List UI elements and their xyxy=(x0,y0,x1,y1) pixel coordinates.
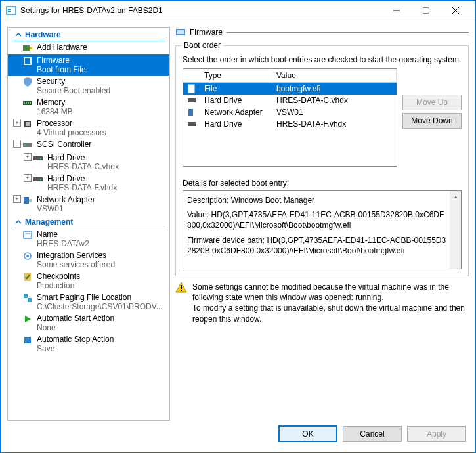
svg-rect-8 xyxy=(30,47,32,49)
scrollbar[interactable]: ▴ xyxy=(450,191,461,269)
boot-row-net[interactable]: Network Adapter VSW01 xyxy=(183,106,397,118)
details-line: Description: Windows Boot Manager xyxy=(187,195,448,205)
svg-rect-17 xyxy=(26,122,30,126)
warning-text: Some settings cannot be modified because… xyxy=(192,282,466,324)
network-adapter-icon xyxy=(22,195,33,205)
boot-order-title: Boot order xyxy=(181,41,223,50)
svg-rect-12 xyxy=(24,102,25,104)
firmware-icon xyxy=(175,27,186,37)
ok-button[interactable]: OK xyxy=(278,425,337,442)
svg-rect-26 xyxy=(24,232,32,238)
management-section-header[interactable]: Management xyxy=(12,216,165,228)
collapse-icon[interactable]: − xyxy=(13,140,21,148)
boot-row-hd1[interactable]: Hard Drive HRES-DATA-C.vhdx xyxy=(183,95,397,106)
svg-rect-13 xyxy=(26,102,27,104)
checkpoint-icon xyxy=(22,272,33,282)
tree-memory[interactable]: Memory16384 MB xyxy=(8,97,169,118)
hardware-section-header[interactable]: Hardware xyxy=(12,29,165,41)
details-label: Details for selected boot entry: xyxy=(183,179,462,188)
warning-icon xyxy=(175,282,187,293)
svg-rect-43 xyxy=(181,290,182,291)
tree-auto-start[interactable]: Automatic Start ActionNone xyxy=(8,313,169,334)
divider xyxy=(227,32,469,33)
scroll-up-icon[interactable]: ▴ xyxy=(450,191,461,202)
boot-row-file[interactable]: File bootmgfw.efi xyxy=(183,83,397,95)
tree-hd1[interactable]: + Hard DriveHRES-DATA-C.vhdx xyxy=(8,152,169,173)
panel-title: Firmware xyxy=(190,28,223,37)
svg-rect-36 xyxy=(177,30,184,34)
hard-drive-icon xyxy=(33,153,43,163)
chevron-up-icon xyxy=(14,218,22,226)
tree-integration[interactable]: Integration ServicesSome services offere… xyxy=(8,249,169,270)
svg-rect-42 xyxy=(181,285,182,289)
expand-icon[interactable]: + xyxy=(13,195,21,203)
hard-drive-icon xyxy=(187,119,196,129)
warning-panel: Some settings cannot be modified because… xyxy=(175,282,469,324)
tree-network[interactable]: + Network AdapterVSW01 xyxy=(8,194,169,215)
details-line: Value: HD(3,GPT,4735AEFA-ED41-11EC-ACBB-… xyxy=(187,209,448,230)
details-box: Description: Windows Boot Manager Value:… xyxy=(183,190,462,269)
svg-rect-1 xyxy=(8,9,11,10)
svg-rect-10 xyxy=(25,58,30,64)
details-line: Firmware device path: HD(3,GPT,4735AEFA-… xyxy=(187,235,448,256)
svg-rect-0 xyxy=(7,7,16,14)
svg-rect-40 xyxy=(188,122,196,126)
shield-icon xyxy=(22,77,33,87)
memory-icon xyxy=(22,98,33,108)
close-button[interactable] xyxy=(441,1,470,20)
tree-firmware[interactable]: FirmwareBoot from File xyxy=(8,54,169,76)
svg-point-23 xyxy=(40,179,41,180)
col-type[interactable]: Type xyxy=(200,69,272,82)
scsi-icon xyxy=(22,140,33,150)
integration-icon xyxy=(22,251,33,261)
boot-order-description: Select the order in which boot entries a… xyxy=(183,55,462,64)
svg-rect-15 xyxy=(30,102,31,104)
cancel-button[interactable]: Cancel xyxy=(343,426,402,442)
settings-panel: Firmware Boot order Select the order in … xyxy=(175,27,469,421)
settings-tree[interactable]: Hardware Add Hardware FirmwareBoot from … xyxy=(7,27,170,421)
network-adapter-icon xyxy=(187,108,196,117)
tree-auto-stop[interactable]: Automatic Stop ActionSave xyxy=(8,334,169,355)
tree-paging[interactable]: Smart Paging File LocationC:\ClusterStor… xyxy=(8,291,169,313)
expand-icon[interactable]: + xyxy=(24,153,32,161)
move-up-button: Move Up xyxy=(402,95,462,110)
maximize-button[interactable] xyxy=(411,1,441,20)
tree-processor[interactable]: + Processor4 Virtual processors xyxy=(8,118,169,139)
svg-rect-7 xyxy=(23,45,30,51)
hard-drive-icon xyxy=(187,96,196,105)
svg-point-29 xyxy=(26,255,29,257)
tree-add-hardware[interactable]: Add Hardware xyxy=(8,41,169,54)
tree-security[interactable]: SecuritySecure Boot enabled xyxy=(8,76,169,97)
svg-rect-2 xyxy=(8,11,11,12)
dialog-buttons: OK Cancel Apply xyxy=(1,421,475,447)
add-hardware-icon xyxy=(22,43,33,53)
boot-row-hd2[interactable]: Hard Drive HRES-DATA-F.vhdx xyxy=(183,118,397,130)
table-header: Type Value xyxy=(183,69,397,83)
svg-rect-25 xyxy=(29,199,32,202)
minimize-button[interactable] xyxy=(381,1,411,20)
window-title: Settings for HRES-DATAv2 on FABS2D1 xyxy=(20,6,381,15)
settings-window-icon xyxy=(6,5,16,16)
name-icon xyxy=(22,230,33,240)
col-value[interactable]: Value xyxy=(272,69,397,82)
svg-rect-14 xyxy=(28,102,29,104)
boot-order-table[interactable]: Type Value File bootmgfw.efi Hard Drive … xyxy=(183,68,397,167)
svg-point-21 xyxy=(40,158,41,159)
panel-header: Firmware xyxy=(175,27,469,37)
move-down-button[interactable]: Move Down xyxy=(402,113,462,129)
svg-rect-24 xyxy=(24,197,29,204)
chevron-up-icon xyxy=(14,31,22,39)
tree-hd2[interactable]: + Hard DriveHRES-DATA-F.vhdx xyxy=(8,173,169,194)
auto-start-icon xyxy=(22,314,33,324)
tree-scsi[interactable]: − SCSI Controller xyxy=(8,139,169,152)
expand-icon[interactable]: + xyxy=(24,174,32,182)
tree-checkpoints[interactable]: CheckpointsProduction xyxy=(8,270,169,291)
tree-name[interactable]: NameHRES-DATAv2 xyxy=(8,228,169,249)
expand-icon[interactable]: + xyxy=(13,119,21,127)
svg-marker-33 xyxy=(25,316,31,322)
boot-order-group: Boot order Select the order in which boo… xyxy=(175,45,469,276)
svg-rect-39 xyxy=(188,109,193,116)
hardware-label: Hardware xyxy=(25,30,61,39)
svg-rect-34 xyxy=(24,337,31,343)
svg-rect-4 xyxy=(423,7,429,13)
